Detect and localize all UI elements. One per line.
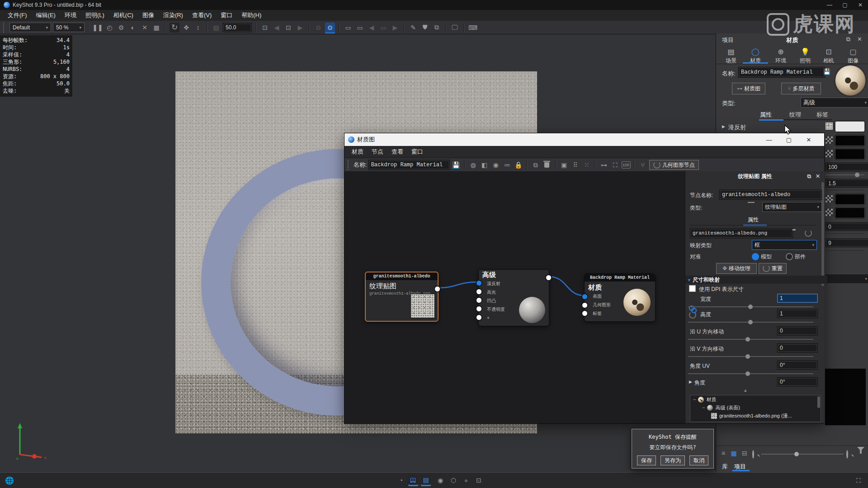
shield-icon[interactable]: ⛊ <box>420 23 430 33</box>
camera-icon[interactable]: ⊡ <box>283 23 293 33</box>
material-name-field[interactable]: Backdrop Ramp Material <box>738 67 825 78</box>
mg-menu-material[interactable]: 材质 <box>348 146 367 157</box>
mg-layout-icon[interactable]: ⊶ <box>599 160 609 170</box>
mg-texture-node-icon[interactable]: ◧ <box>480 160 490 170</box>
mg-material-name-field[interactable]: Backdrop Ramp Material <box>368 160 450 170</box>
subtab-labels[interactable]: 标签 <box>816 111 828 119</box>
menu-render[interactable]: 渲染(R) <box>159 10 187 21</box>
next-camera-icon[interactable]: ▶ <box>295 23 305 33</box>
mg-toolbar-grip[interactable] <box>348 160 351 170</box>
diffuse-color-field[interactable] <box>835 121 865 132</box>
mg-delete-icon[interactable] <box>542 160 552 170</box>
mg-menu-window[interactable]: 窗口 <box>408 146 427 157</box>
keyframe-list-icon[interactable]: ▭ <box>378 23 388 33</box>
tab-image[interactable]: ▢ 图像 <box>842 46 864 65</box>
material-preview-ball[interactable] <box>835 66 865 95</box>
menu-lighting[interactable]: 照明(L) <box>81 10 108 21</box>
node-material-root[interactable]: Backdrop Ramp Material 材质 表面 几何图形 标签 <box>584 273 656 322</box>
mg-menu-view[interactable]: 查看 <box>388 146 407 157</box>
material-type-dropdown[interactable]: 高级▾ <box>801 98 868 108</box>
mg-duplicate-icon[interactable]: ⧉ <box>531 160 541 170</box>
materials-icon[interactable]: ● <box>461 475 471 485</box>
tab-scene[interactable]: ▤ 场景 <box>720 46 742 65</box>
multilayer-button[interactable]: ⑂多层材质 <box>781 83 821 94</box>
zoom-out-icon[interactable] <box>752 451 754 458</box>
port-diffuse-input[interactable] <box>476 280 482 286</box>
nurbs-icon[interactable]: ✕ <box>140 23 150 33</box>
menu-edit[interactable]: 编辑(E) <box>32 10 60 21</box>
menu-image[interactable]: 图像 <box>138 10 158 21</box>
mg-show-textures-icon[interactable]: ▣ <box>559 160 569 170</box>
float-panel-icon[interactable]: ⧉ <box>807 173 811 179</box>
texpanel-tab-properties[interactable]: 属性 <box>748 216 759 224</box>
collapsed-dropdown[interactable]: ▾ <box>825 274 868 284</box>
save-as-button[interactable]: 另存为 <box>660 455 685 465</box>
port-advanced-output[interactable] <box>545 274 552 281</box>
tab-environment[interactable]: ⊕ 环境 <box>769 46 792 65</box>
angle-field[interactable]: 0° <box>777 377 818 386</box>
mg-zoom-100-icon[interactable]: 100 <box>622 161 631 169</box>
port-specular-input[interactable] <box>476 288 482 295</box>
bump-height-field[interactable]: 0 <box>826 222 868 231</box>
subtab-textures[interactable]: 纹理 <box>789 111 801 119</box>
node-type-dropdown[interactable]: 纹理贴图▾ <box>762 202 822 212</box>
width-slider[interactable] <box>688 306 813 307</box>
zoom-dropdown[interactable]: 50 %▾ <box>53 23 85 32</box>
angle-uv-slider[interactable] <box>688 373 813 374</box>
halfres-icon[interactable]: ◐ <box>128 23 138 33</box>
cancel-button[interactable]: 取消 <box>689 455 708 465</box>
ambient-texture-swatch[interactable] <box>826 150 833 157</box>
mg-lock-icon[interactable]: 🔒 <box>514 160 524 170</box>
port-surface-input[interactable] <box>581 293 588 300</box>
specular-color-field[interactable] <box>835 135 865 146</box>
globe-status-icon[interactable]: 🌐 <box>5 475 14 485</box>
port-geometry-input[interactable] <box>581 302 588 309</box>
ambient-color-field[interactable] <box>835 148 865 160</box>
tree-texture-label[interactable]: granitesmooth1-albedo.png (漫... <box>719 413 792 419</box>
maximize-button[interactable]: ▢ <box>837 0 853 9</box>
close-project-icon[interactable]: ✕ <box>857 36 862 42</box>
mg-animation-node-icon[interactable]: ◉ <box>491 160 501 170</box>
save-frame-icon[interactable]: ▦ <box>151 23 161 33</box>
reload-texture-icon[interactable] <box>805 230 812 237</box>
next-keyframe-icon[interactable]: ▶ <box>390 23 400 33</box>
orbit-icon[interactable]: ↻ <box>170 23 179 33</box>
camera-unlock-icon[interactable]: ⊙ <box>313 23 323 33</box>
gloss-slider[interactable] <box>826 174 864 175</box>
specular-texture-swatch[interactable] <box>826 136 833 144</box>
move-texture-button[interactable]: ✥移动纹理 <box>716 263 757 274</box>
gloss-value-field[interactable]: 100 <box>826 163 868 171</box>
focal-length-field[interactable]: 50.0 <box>223 23 252 32</box>
menu-camera[interactable]: 相机(C) <box>109 10 137 21</box>
tab-material[interactable]: ◯ 材质 <box>744 46 767 65</box>
presentation-icon[interactable]: 🖵 <box>450 23 460 33</box>
align-part-radio[interactable] <box>786 253 793 260</box>
material-tree[interactable]: − 材质 − 高级 (表面) granitesmooth1-albedo.png… <box>690 395 821 422</box>
geometry-editor-icon[interactable]: ✎ <box>408 23 418 33</box>
mg-material-node-icon[interactable]: ◍ <box>468 160 478 170</box>
tab-library[interactable]: 库 <box>722 463 728 471</box>
shift-v-field[interactable]: 0 <box>777 343 818 352</box>
shift-v-slider[interactable] <box>688 356 813 357</box>
mg-plug-icon[interactable]: ⑂ <box>638 160 648 170</box>
pan-icon[interactable]: ✥ <box>181 23 191 33</box>
library-icon[interactable]: 🕮 <box>408 475 418 485</box>
port-label-input[interactable] <box>581 310 588 317</box>
ior-value-field[interactable]: 1.5 <box>826 179 868 188</box>
add-camera-icon[interactable]: ⊡ <box>260 23 270 33</box>
geometry-icon[interactable]: ⬡ <box>448 475 458 485</box>
node-texture-map[interactable]: granitesmooth1-albedo 纹理贴图 granitesmooth… <box>365 272 439 322</box>
prev-keyframe-icon[interactable]: ◀ <box>367 23 377 33</box>
mg-save-icon[interactable]: 💾 <box>451 160 461 170</box>
close-button[interactable]: ✕ <box>853 0 868 9</box>
prev-camera-icon[interactable]: ◀ <box>272 23 282 33</box>
menu-help[interactable]: 帮助(H) <box>237 10 265 21</box>
opacity-texture-swatch[interactable] <box>826 209 833 216</box>
close-panel-icon[interactable]: ✕ <box>816 173 820 179</box>
pause-icon[interactable]: ❚❚ <box>93 23 103 33</box>
add-keyframe-icon[interactable]: ▭ <box>355 23 365 33</box>
width-field[interactable]: 1 <box>777 294 818 303</box>
zoom-in-icon[interactable] <box>846 451 848 458</box>
material-graph-titlebar[interactable]: 材质图 — ▢ ✕ <box>344 133 824 146</box>
dpi-checkbox[interactable] <box>689 285 696 292</box>
